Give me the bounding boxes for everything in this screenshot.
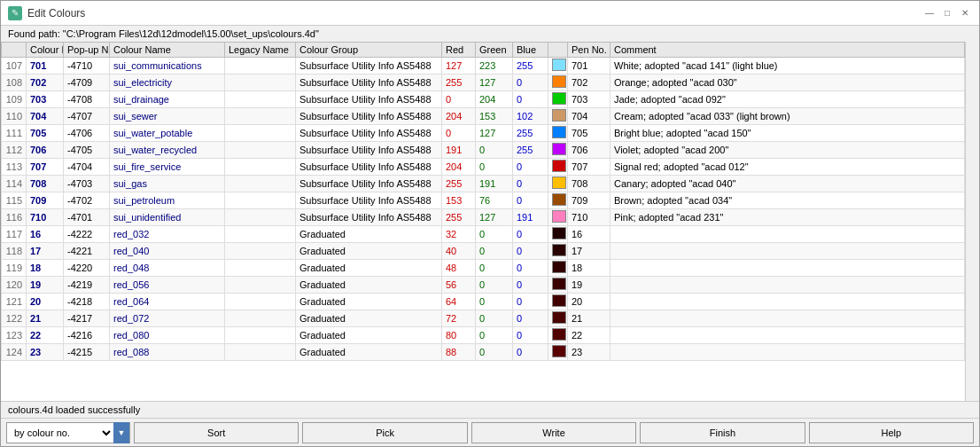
write-button[interactable]: Write [471,422,636,443]
pen-no: 20 [568,294,611,310]
colour-group: Graduated [296,243,442,260]
close-button[interactable]: ✕ [958,6,972,20]
table-row[interactable]: 118 17 -4221 red_040 Graduated 40 0 0 17 [2,243,965,260]
pen-no: 23 [568,344,611,361]
pen-no: 21 [568,310,611,327]
popup-no: -4707 [64,108,110,125]
table-row[interactable]: 120 19 -4219 red_056 Graduated 56 0 0 19 [2,277,965,294]
table-row[interactable]: 117 16 -4222 red_032 Graduated 32 0 0 16 [2,226,965,243]
sort-button[interactable]: Sort [134,422,299,443]
colour-swatch [548,209,568,226]
red-val: 64 [442,294,476,310]
table-row[interactable]: 121 20 -4218 red_064 Graduated 64 0 0 20 [2,294,965,310]
popup-no: -4701 [64,209,110,226]
pen-no: 702 [568,74,611,91]
blue-val: 0 [513,260,548,277]
row-num: 124 [2,344,27,361]
colour-no: 707 [27,159,64,176]
table-row[interactable]: 109 703 -4708 sui_drainage Subsurface Ut… [2,91,965,108]
header-colour-no[interactable]: Colour No. [27,43,64,58]
comment: Brown; adopted "acad 034" [611,192,965,209]
bottom-bar: by colour no.by nameby group ▼ Sort Pick… [1,418,979,446]
header-comment[interactable]: Comment [611,43,965,58]
blue-val: 0 [513,192,548,209]
sort-dropdown[interactable]: by colour no.by nameby group [7,427,113,439]
green-val: 191 [476,176,513,192]
green-val: 0 [476,243,513,260]
red-val: 0 [442,91,476,108]
header-green[interactable]: Green [476,43,513,58]
colour-group: Subsurface Utility Info AS5488 [296,176,442,192]
table-row[interactable]: 113 707 -4704 sui_fire_service Subsurfac… [2,159,965,176]
table-row[interactable]: 111 705 -4706 sui_water_potable Subsurfa… [2,125,965,142]
table-row[interactable]: 116 710 -4701 sui_unidentified Subsurfac… [2,209,965,226]
colour-group: Graduated [296,344,442,361]
table-scroll[interactable]: Colour No. Pop-up No. Colour Name Legacy… [1,42,965,401]
red-val: 204 [442,159,476,176]
green-val: 0 [476,226,513,243]
green-val: 0 [476,277,513,294]
maximize-button[interactable]: □ [940,6,954,20]
legacy-name [225,192,296,209]
popup-no: -4703 [64,176,110,192]
blue-val: 0 [513,74,548,91]
header-red[interactable]: Red [442,43,476,58]
comment: Canary; adopted "acad 040" [611,176,965,192]
titlebar: ✎ Edit Colours — □ ✕ [1,1,979,26]
pen-no: 16 [568,226,611,243]
row-num: 109 [2,91,27,108]
colour-group: Subsurface Utility Info AS5488 [296,58,442,74]
legacy-name [225,142,296,159]
comment: Violet; adopted "acad 200" [611,142,965,159]
colour-group: Subsurface Utility Info AS5488 [296,142,442,159]
table-row[interactable]: 110 704 -4707 sui_sewer Subsurface Utili… [2,108,965,125]
green-val: 153 [476,108,513,125]
header-legacy-name[interactable]: Legacy Name [225,43,296,58]
filepath-label: Found path: "C:\Program Files\12d\12dmod… [1,26,979,42]
colour-name: red_072 [110,310,225,327]
header-colour-group[interactable]: Colour Group [296,43,442,58]
green-val: 0 [476,260,513,277]
pen-no: 709 [568,192,611,209]
table-header-row: Colour No. Pop-up No. Colour Name Legacy… [2,43,965,58]
red-val: 72 [442,310,476,327]
minimize-button[interactable]: — [922,6,937,20]
table-row[interactable]: 122 21 -4217 red_072 Graduated 72 0 0 21 [2,310,965,327]
table-row[interactable]: 124 23 -4215 red_088 Graduated 88 0 0 23 [2,344,965,361]
colour-swatch [548,277,568,294]
table-row[interactable]: 123 22 -4216 red_080 Graduated 80 0 0 22 [2,327,965,344]
green-val: 0 [476,327,513,344]
finish-button[interactable]: Finish [640,422,805,443]
colour-name: sui_drainage [110,91,225,108]
table-row[interactable]: 115 709 -4702 sui_petroleum Subsurface U… [2,192,965,209]
legacy-name [225,344,296,361]
header-swatch [548,43,568,58]
row-num: 111 [2,125,27,142]
pick-button[interactable]: Pick [302,422,467,443]
colour-group: Subsurface Utility Info AS5488 [296,192,442,209]
table-row[interactable]: 114 708 -4703 sui_gas Subsurface Utility… [2,176,965,192]
header-colour-name[interactable]: Colour Name [110,43,225,58]
comment [611,243,965,260]
colour-swatch [548,226,568,243]
colour-name: red_032 [110,226,225,243]
colour-swatch [548,108,568,125]
table-row[interactable]: 108 702 -4709 sui_electricity Subsurface… [2,74,965,91]
header-popup-no[interactable]: Pop-up No. [64,43,110,58]
comment: Orange; adopted "acad 030" [611,74,965,91]
header-pen-no[interactable]: Pen No. [568,43,611,58]
green-val: 76 [476,192,513,209]
help-button[interactable]: Help [809,422,974,443]
popup-no: -4221 [64,243,110,260]
colour-no: 706 [27,142,64,159]
blue-val: 0 [513,91,548,108]
table-row[interactable]: 107 701 -4710 sui_communications Subsurf… [2,58,965,74]
table-row[interactable]: 112 706 -4705 sui_water_recycled Subsurf… [2,142,965,159]
row-num: 121 [2,294,27,310]
scrollbar[interactable] [965,42,979,401]
header-blue[interactable]: Blue [513,43,548,58]
legacy-name [225,243,296,260]
colour-swatch [548,310,568,327]
header-row [2,43,27,58]
table-row[interactable]: 119 18 -4220 red_048 Graduated 48 0 0 18 [2,260,965,277]
